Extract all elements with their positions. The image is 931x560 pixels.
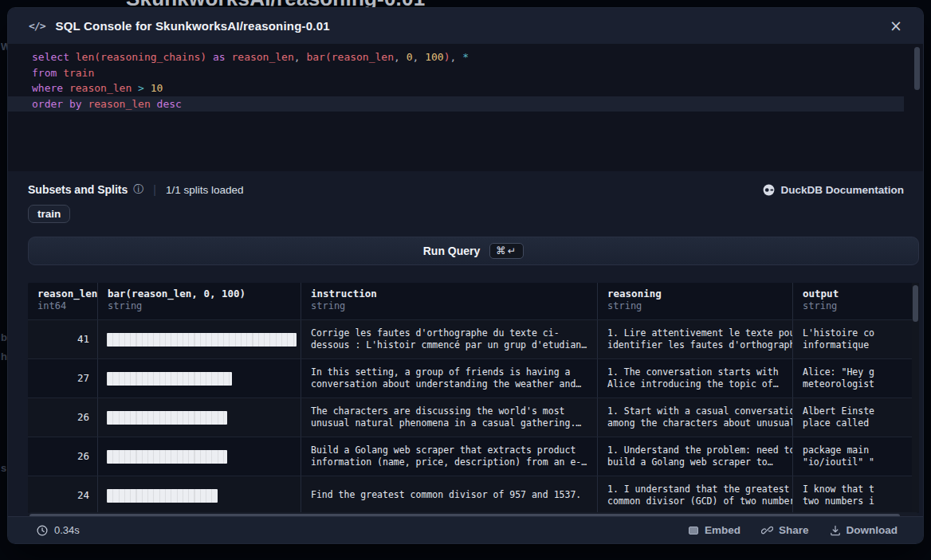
table-row: 41Corrige les fautes d'orthographe du te… [28, 319, 913, 358]
column-name: instruction [311, 288, 597, 300]
link-icon [761, 524, 773, 536]
query-duration: 0.34s [37, 524, 80, 536]
cell-output: I know that t two numbers i [793, 476, 913, 513]
cell-instruction: Corrige les fautes d'orthographe du text… [301, 320, 598, 358]
sql-code-line[interactable]: select len(reasoning_chains) as reason_l… [8, 49, 923, 65]
column-header-output[interactable]: outputstring [793, 283, 913, 319]
column-type: string [803, 300, 912, 311]
cell-bar [98, 398, 301, 437]
sql-token-num: 0 [407, 51, 413, 63]
sql-token-id: reason_len [332, 51, 394, 63]
sql-token-pn: , [394, 51, 407, 63]
divider: | [153, 183, 156, 196]
column-header-reason-len[interactable]: reason_lenint64 [28, 283, 98, 319]
bar-fill [107, 411, 227, 425]
column-type: string [311, 300, 597, 311]
cell-reasoning: 1. I understand that the greatest common… [598, 476, 793, 513]
column-name: reason_len [37, 288, 97, 300]
sql-token-pn: , [413, 51, 426, 63]
sql-code-line[interactable]: from train [8, 65, 923, 81]
cell-reason-len: 26 [28, 437, 98, 476]
sql-token-id: reason_len [231, 51, 293, 63]
sql-token-kw: order by [32, 98, 88, 110]
sql-token-id: reasoning_chains [100, 51, 200, 63]
info-icon[interactable]: ⓘ [133, 182, 143, 197]
sql-token-kw: from [32, 67, 63, 79]
sql-code-line[interactable]: where reason_len > 10 [8, 80, 923, 96]
cell-bar [98, 359, 301, 397]
modal-footer: 0.34s Embed Share Download [8, 516, 923, 543]
table-vertical-scrollbar[interactable] [912, 283, 919, 513]
editor-scrollbar[interactable] [914, 47, 920, 90]
cell-output: Alice: "Hey g meteorologist [793, 359, 913, 397]
bar-fill [107, 450, 227, 464]
sql-token-kw: select [32, 51, 76, 63]
sql-token-id: reason_len [69, 82, 132, 94]
modal-title: SQL Console for SkunkworksAI/reasoning-0… [55, 19, 883, 33]
table-row: 26Build a Golang web scraper that extrac… [28, 437, 913, 476]
sql-token-pn: , [294, 51, 307, 63]
sql-token-kw: desc [151, 98, 182, 110]
sql-token-id: reason_len [88, 98, 150, 110]
cell-instruction: The characters are discussing the world'… [301, 398, 598, 437]
duckdb-docs-link[interactable]: DuckDB Documentation [763, 184, 904, 196]
sql-editor[interactable]: select len(reasoning_chains) as reason_l… [8, 44, 923, 171]
bar-fill [107, 489, 218, 503]
split-chips: train [8, 197, 923, 223]
share-button[interactable]: Share [761, 524, 809, 536]
sql-code-line[interactable]: order by reason_len desc [8, 96, 904, 112]
bar-fill [107, 372, 232, 386]
cell-reasoning: 1. Lire attentivement le texte pour iden… [598, 320, 793, 358]
splits-loaded-status: 1/1 splits loaded [166, 184, 244, 196]
modal-header: </> SQL Console for SkunkworksAI/reasoni… [8, 8, 923, 44]
table-row: 24Find the greatest common divisor of 95… [28, 476, 913, 513]
cell-bar [98, 476, 301, 513]
duckdb-logo-icon [763, 184, 775, 196]
bar-fill [107, 333, 297, 347]
background-text-fragment: s [1, 462, 6, 474]
close-icon[interactable]: × [883, 15, 909, 37]
cell-bar [98, 320, 301, 358]
footer-actions: Embed Share Download [688, 524, 898, 536]
cell-reasoning: 1. Understand the problem: need to build… [598, 437, 793, 476]
download-icon [830, 525, 841, 536]
download-button[interactable]: Download [830, 524, 898, 536]
split-chip-train[interactable]: train [28, 205, 70, 223]
column-name: reasoning [607, 288, 792, 300]
cell-reason-len: 41 [28, 320, 98, 358]
sql-token-op: > [132, 82, 150, 94]
sql-token-kw: as [206, 51, 231, 63]
sql-token-op: * [462, 51, 469, 63]
sql-token-id: train [63, 67, 94, 79]
column-name: bar(reason_len, 0, 100) [108, 288, 301, 300]
column-header-reasoning[interactable]: reasoningstring [598, 283, 793, 319]
sql-token-fn: ) [200, 51, 206, 63]
clock-icon [37, 525, 48, 536]
keyboard-shortcut-badge: ⌘↵ [489, 243, 524, 259]
cell-reason-len: 27 [28, 359, 98, 397]
sql-token-kw: where [32, 82, 69, 94]
cell-output: Albert Einste place called [793, 398, 913, 437]
cell-output: L'histoire co informatique [793, 320, 913, 358]
cell-reasoning: 1. Start with a casual conversation amon… [598, 398, 793, 437]
column-type: string [108, 300, 301, 311]
table-header-row: reason_lenint64bar(reason_len, 0, 100)st… [28, 283, 913, 319]
column-name: output [803, 288, 912, 300]
cell-instruction: Find the greatest common divisor of 957 … [301, 476, 598, 513]
run-query-button[interactable]: Run Query ⌘↵ [28, 237, 919, 265]
embed-icon [688, 525, 699, 536]
table-vertical-scrollbar-thumb[interactable] [913, 285, 918, 322]
cell-output: package main "io/ioutil" " [793, 437, 913, 476]
table-row: 26The characters are discussing the worl… [28, 397, 913, 437]
cell-bar [98, 437, 301, 476]
cell-instruction: In this setting, a group of friends is h… [301, 359, 598, 397]
code-icon: </> [29, 20, 45, 32]
embed-button[interactable]: Embed [688, 524, 740, 536]
cell-reason-len: 26 [28, 398, 98, 437]
column-type: string [607, 300, 792, 311]
cell-reason-len: 24 [28, 476, 98, 513]
column-header-instruction[interactable]: instructionstring [301, 283, 598, 319]
sql-token-fn: bar( [306, 51, 331, 63]
column-header-bar-reason-len-0-100-[interactable]: bar(reason_len, 0, 100)string [98, 283, 301, 319]
sql-token-num: 10 [151, 82, 163, 94]
